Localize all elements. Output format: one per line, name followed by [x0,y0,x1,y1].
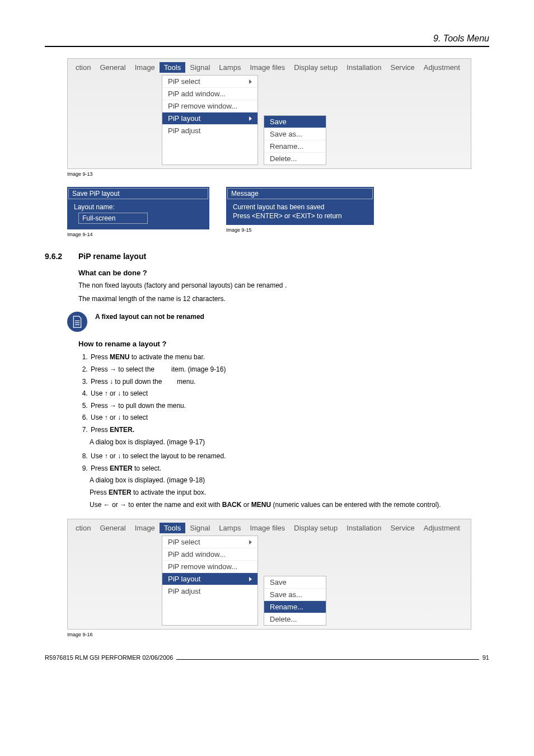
label: PiP remove window... [168,562,237,571]
menu-installation[interactable]: Installation [342,523,386,533]
item-delete[interactable]: Delete... [264,613,326,625]
item-rename[interactable]: Rename... [264,600,326,613]
arrow-right-icon [249,577,252,581]
item-pip-add[interactable]: PiP add window... [162,87,257,100]
label: PiP layout [168,114,200,123]
menu-tools[interactable]: Tools [160,523,185,533]
dialog-title: Message [227,188,373,199]
msg-line2: Press <ENTER> or <EXIT> to return [233,212,369,220]
menu-general[interactable]: General [95,62,130,73]
label: PiP adjust [168,126,200,135]
dialog-save-pip: Save PiP layout Layout name: Full-screen [67,187,209,229]
layout-name-input[interactable]: Full-screen [78,213,148,224]
item-save-as[interactable]: Save as... [264,588,326,600]
step-8: Use ↑ or ↓ to select the layout to be re… [90,450,489,463]
step-9-sub1: A dialog box is displayed. (image 9-18) [90,475,489,487]
chapter-title: 9. Tools Menu [45,34,489,44]
menu-service[interactable]: Service [386,523,419,533]
step-4: Use ↑ or ↓ to select [90,388,489,400]
item-save[interactable]: Save [264,576,326,588]
steps-list: Press MENU to activate the menu bar. Pre… [79,351,489,436]
step-9-sub2: Press ENTER to activate the input box. [90,487,489,499]
menubar: ction General Image Tools Signal Lamps I… [68,61,471,75]
note: A fixed layout can not be renamed [67,312,489,332]
step-7: Press ENTER. [90,424,489,436]
caption-913: Image 9-13 [67,171,489,177]
caption-915: Image 9-15 [226,227,374,233]
menu-adjustment[interactable]: Adjustment [419,62,465,73]
item-save-as[interactable]: Save as... [264,128,326,140]
menu-adjustment[interactable]: Adjustment [419,523,465,533]
page-number: 91 [483,654,489,661]
subheading-how: How to rename a layout ? [78,340,489,348]
item-rename[interactable]: Rename... [264,140,326,152]
section-title: PiP rename layout [78,252,146,261]
step-3: Press ↓ to pull down the menu. [90,376,489,388]
arrow-right-icon [249,540,252,544]
menu-ction[interactable]: ction [71,62,95,73]
layout-dropdown: Save Save as... Rename... Delete... [264,576,326,626]
label: PiP remove window... [168,102,237,110]
menu-displaysetup[interactable]: Display setup [289,62,342,73]
menu-installation[interactable]: Installation [342,62,386,73]
menu-imagefiles[interactable]: Image files [245,523,289,533]
section-number: 9.6.2 [45,252,71,261]
dialog-message: Message Current layout has been saved Pr… [226,187,374,225]
layout-dropdown: Save Save as... Rename... Delete... [264,115,326,165]
item-delete[interactable]: Delete... [264,152,326,165]
step-7-sub: A dialog box is displayed. (image 9-17) [90,436,489,449]
menu-displaysetup[interactable]: Display setup [289,523,342,533]
label: PiP add window... [168,90,225,98]
menu-image[interactable]: Image [130,62,160,73]
footer: R5976815 RLM G5I PERFORMER 02/06/2006 91 [45,654,489,661]
item-pip-remove[interactable]: PiP remove window... [162,100,257,112]
menu-image[interactable]: Image [130,523,160,533]
note-icon [67,312,87,332]
label: PiP add window... [168,550,225,558]
menu-screenshot-916: ction General Image Tools Signal Lamps I… [67,519,471,630]
paragraph: The non fixed layouts (factory and perso… [78,280,489,290]
item-pip-select[interactable]: PiP select [162,76,257,87]
label: PiP adjust [168,587,200,595]
label: PiP layout [168,575,200,583]
step-9-sub3: Use ← or → to enter the name and exit wi… [90,499,489,511]
menubar: ction General Image Tools Signal Lamps I… [68,522,471,536]
tools-dropdown: PiP select PiP add window... PiP remove … [162,536,258,626]
label: PiP select [168,77,200,86]
note-text: A fixed layout can not be renamed [95,312,204,321]
menu-ction[interactable]: ction [71,523,95,533]
item-pip-layout[interactable]: PiP layout [162,112,257,124]
arrow-right-icon [249,116,252,121]
item-pip-select[interactable]: PiP select [162,536,257,548]
step-1: Press MENU to activate the menu bar. [90,351,489,364]
item-pip-remove[interactable]: PiP remove window... [162,560,257,572]
step-9: Press ENTER to select. [90,463,489,475]
header-rule [45,46,489,47]
menu-tools[interactable]: Tools [160,62,185,73]
caption-916: Image 9-16 [67,632,489,637]
steps-list-cont: Use ↑ or ↓ to select the layout to be re… [79,450,489,475]
menu-signal[interactable]: Signal [185,523,214,533]
item-save[interactable]: Save [264,116,326,128]
menu-lamps[interactable]: Lamps [214,523,245,533]
section-heading: 9.6.2 PiP rename layout [45,252,489,261]
dialog-title: Save PiP layout [68,188,208,199]
layout-name-label: Layout name: [74,203,205,212]
item-pip-add[interactable]: PiP add window... [162,548,257,560]
arrow-right-icon [249,79,252,84]
menu-lamps[interactable]: Lamps [214,62,245,73]
footer-left: R5976815 RLM G5I PERFORMER 02/06/2006 [45,654,173,661]
item-pip-adjust[interactable]: PiP adjust [162,585,257,597]
paragraph: The maximal length of the name is 12 cha… [78,294,489,304]
item-pip-layout[interactable]: PiP layout [162,572,257,585]
menu-screenshot-913: ction General Image Tools Signal Lamps I… [67,58,471,169]
subheading-what: What can be done ? [78,269,489,277]
menu-general[interactable]: General [95,523,130,533]
item-pip-adjust[interactable]: PiP adjust [162,124,257,137]
step-2: Press → to select the item. (image 9-16) [90,364,489,376]
menu-imagefiles[interactable]: Image files [245,62,289,73]
caption-914: Image 9-14 [67,232,209,237]
menu-signal[interactable]: Signal [185,62,214,73]
step-5: Press → to pull down the menu. [90,400,489,412]
menu-service[interactable]: Service [386,62,419,73]
